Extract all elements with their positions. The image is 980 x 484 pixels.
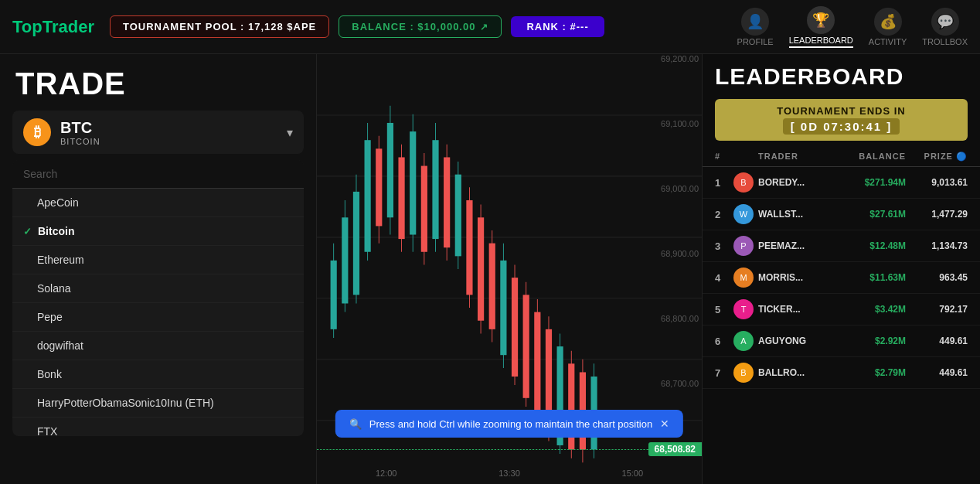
chart-zoom-tooltip: 🔍 Press and hold Ctrl while zooming to m… xyxy=(335,410,683,438)
lb-trader-2: WALLST... xyxy=(758,209,836,220)
asset-icon-btc: ₿ xyxy=(23,118,51,146)
chart-time-labels: 12:00 13:30 15:00 xyxy=(317,469,702,478)
lb-avatar-1: B xyxy=(733,172,754,193)
search-input[interactable] xyxy=(12,160,304,189)
external-link-icon: ↗ xyxy=(480,22,488,32)
lb-prize-2: 1,477.29 xyxy=(906,209,968,220)
tournament-pool-label: TOURNAMENT POOL : xyxy=(123,21,248,32)
asset-info: BTC BITCOIN xyxy=(60,119,287,146)
list-item-pepe[interactable]: Pepe xyxy=(12,303,304,332)
current-price-tag: 68,508.82 xyxy=(648,442,702,456)
nav-trollbox[interactable]: 💬 TROLLBOX xyxy=(922,8,968,46)
asset-selector[interactable]: ₿ BTC BITCOIN ▾ xyxy=(12,111,304,154)
lb-trader-3: PEEMAZ... xyxy=(758,240,836,251)
lb-avatar-4: M xyxy=(733,268,754,288)
tooltip-close-button[interactable]: ✕ xyxy=(660,418,669,430)
lb-header-trader: TRADER xyxy=(758,152,836,162)
nav-leaderboard[interactable]: 🏆 LEADERBOARD xyxy=(789,6,853,48)
table-row: 1 B BOREDY... $271.94M 9,013.61 xyxy=(703,167,980,199)
lb-prize-5: 792.17 xyxy=(906,304,968,315)
lb-prize-1: 9,013.61 xyxy=(906,177,968,188)
nav-profile[interactable]: 👤 PROFILE xyxy=(737,8,774,46)
table-row: 2 W WALLST... $27.61M 1,477.29 xyxy=(703,199,980,230)
lb-header-prize: PRIZE 🔵 xyxy=(906,152,968,162)
leaderboard-title: LEADERBOARD xyxy=(703,54,980,96)
nav-activity-label: ACTIVITY xyxy=(869,37,907,46)
logo-top: Top xyxy=(12,17,43,36)
trollbox-icon: 💬 xyxy=(931,8,959,36)
lb-rank-5: 5 xyxy=(715,304,733,315)
lb-rank-6: 6 xyxy=(715,336,733,347)
lb-avatar-2: W xyxy=(733,204,754,224)
lb-trader-7: BALLRO... xyxy=(758,367,836,378)
trade-title: TRADE xyxy=(0,54,316,107)
balance-label: BALANCE : $10,000.00 xyxy=(352,21,475,32)
lb-trader-4: MORRIS... xyxy=(758,272,836,283)
lb-balance-4: $11.63M xyxy=(836,272,906,283)
asset-name: BITCOIN xyxy=(60,137,287,146)
lb-avatar-3: P xyxy=(733,236,754,256)
leaderboard-header: # TRADER BALANCE PRIZE 🔵 xyxy=(703,147,980,167)
logo-bottom: Trader xyxy=(43,17,94,36)
lb-avatar-5: T xyxy=(733,299,754,319)
nav-profile-label: PROFILE xyxy=(737,37,774,46)
nav-trollbox-label: TROLLBOX xyxy=(922,37,968,46)
tournament-pool-value: 17,128 $APE xyxy=(248,21,316,32)
list-item-ethereum[interactable]: Ethereum xyxy=(12,246,304,274)
lb-trader-5: TICKER... xyxy=(758,304,836,315)
tournament-ends-label: TOURNAMENT ENDS IN xyxy=(724,105,958,117)
lb-rank-4: 4 xyxy=(715,272,733,284)
nav-activity[interactable]: 💰 ACTIVITY xyxy=(869,8,907,46)
table-row: 7 B BALLRO... $2.79M 449.61 xyxy=(703,357,980,389)
tooltip-text: Press and hold Ctrl while zooming to mai… xyxy=(369,418,652,430)
lb-balance-1: $271.94M xyxy=(836,177,906,188)
right-panel: LEADERBOARD TOURNAMENT ENDS IN [ 0D 07:3… xyxy=(702,54,980,484)
table-row: 4 M MORRIS... $11.63M 963.45 xyxy=(703,262,980,294)
lb-rank-2: 2 xyxy=(715,209,733,220)
tournament-pool-badge: TOURNAMENT POOL : 17,128 $APE xyxy=(110,15,329,38)
list-item-apecoin[interactable]: ApeCoin xyxy=(12,189,304,217)
leaderboard-rows: 1 B BOREDY... $271.94M 9,013.61 2 W WALL… xyxy=(703,167,980,389)
chart-container: 69,200.00 69,100.00 69,000.00 68,900.00 … xyxy=(317,54,702,484)
rank-button[interactable]: RANK : #--- xyxy=(511,16,604,37)
zoom-icon: 🔍 xyxy=(349,418,362,430)
tournament-ends-panel: TOURNAMENT ENDS IN [ 0D 07:30:41 ] xyxy=(715,99,968,141)
left-panel: TRADE ₿ BTC BITCOIN ▾ ApeCoin Bitcoin Et… xyxy=(0,54,317,484)
table-row: 3 P PEEMAZ... $12.48M 1,134.73 xyxy=(703,230,980,262)
lb-header-balance: BALANCE xyxy=(836,152,906,162)
balance-button[interactable]: BALANCE : $10,000.00 ↗ xyxy=(339,15,502,38)
tournament-timer: [ 0D 07:30:41 ] xyxy=(783,118,900,135)
lb-prize-3: 1,134.73 xyxy=(906,240,968,251)
lb-balance-3: $12.48M xyxy=(836,240,906,251)
price-value: 68,508.82 xyxy=(655,444,696,455)
lb-avatar-7: B xyxy=(733,363,754,383)
lb-trader-1: BOREDY... xyxy=(758,177,836,188)
leaderboard-icon: 🏆 xyxy=(807,6,835,34)
chart-area: 69,200.00 69,100.00 69,000.00 68,900.00 … xyxy=(317,54,702,484)
dropdown-arrow-icon: ▾ xyxy=(287,125,293,140)
lb-balance-6: $2.92M xyxy=(836,336,906,346)
list-item-bonk[interactable]: Bonk xyxy=(12,360,304,389)
lb-rank-7: 7 xyxy=(715,367,733,379)
table-row: 5 T TICKER... $3.42M 792.17 xyxy=(703,294,980,326)
list-item-solana[interactable]: Solana xyxy=(12,274,304,303)
lb-avatar-6: A xyxy=(733,331,754,351)
profile-icon: 👤 xyxy=(741,8,769,36)
list-item-ftx[interactable]: FTX xyxy=(12,418,304,436)
header: TopTrader TOURNAMENT POOL : 17,128 $APE … xyxy=(0,0,980,54)
nav-icons: 👤 PROFILE 🏆 LEADERBOARD 💰 ACTIVITY 💬 TRO… xyxy=(737,6,968,48)
chart-price-labels: 69,200.00 69,100.00 69,000.00 68,900.00 … xyxy=(661,54,699,453)
lb-prize-7: 449.61 xyxy=(906,367,968,378)
list-item-harrypotter[interactable]: HarryPotterObamaSonic10Inu (ETH) xyxy=(12,389,304,418)
list-item-dogwifhat[interactable]: dogwifhat xyxy=(12,332,304,360)
main-layout: TRADE ₿ BTC BITCOIN ▾ ApeCoin Bitcoin Et… xyxy=(0,54,980,484)
list-item-bitcoin[interactable]: Bitcoin xyxy=(12,217,304,246)
rank-label: RANK : #--- xyxy=(526,21,588,32)
lb-rank-1: 1 xyxy=(715,177,733,189)
lb-rank-3: 3 xyxy=(715,240,733,252)
lb-prize-4: 963.45 xyxy=(906,272,968,283)
lb-balance-5: $3.42M xyxy=(836,304,906,315)
lb-prize-6: 449.61 xyxy=(906,336,968,346)
activity-icon: 💰 xyxy=(874,8,902,36)
lb-header-rank: # xyxy=(715,152,733,162)
